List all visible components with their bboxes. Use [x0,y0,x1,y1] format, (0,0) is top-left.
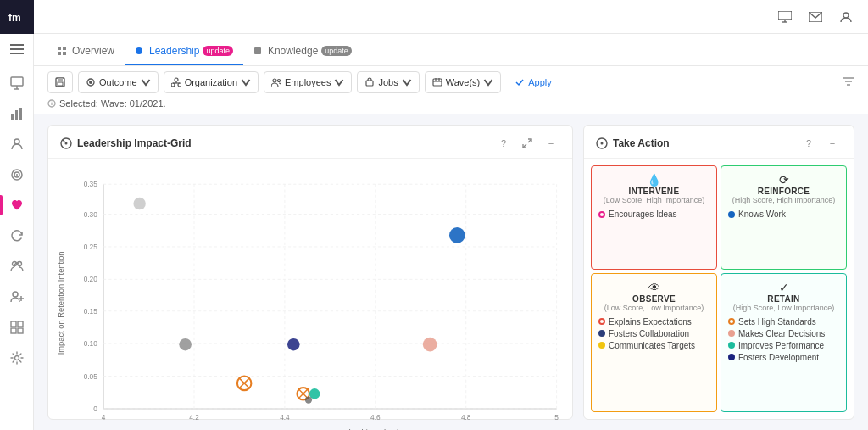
knowledge-badge: update [321,46,352,56]
sidebar-item-grid[interactable] [0,312,34,343]
svg-rect-21 [11,328,16,333]
retain-header: ✓ RETAIN (High Score, Low Importance) [728,281,839,312]
selected-info-row: Selected: Wave: 01/2021. [34,98,868,114]
observe-item-0: Explains Expectations [598,317,709,327]
sidebar: fm [0,0,34,430]
svg-rect-29 [58,47,61,50]
svg-point-28 [843,13,849,18]
svg-rect-37 [58,82,63,86]
quadrant-intervene: 💧 INTERVENE (Low Score, High Importance)… [591,165,717,270]
svg-rect-48 [366,81,373,86]
svg-text:0.30: 0.30 [84,210,98,219]
retain-item-1: Makes Clear Decisions [728,329,839,338]
organization-button[interactable]: Organization [164,71,259,93]
svg-point-23 [14,356,19,360]
tab-knowledge[interactable]: Knowledge update [243,38,362,65]
retain-icon: ✓ [728,281,839,294]
topbar-icons [773,5,858,29]
chart-close-icon[interactable]: − [542,134,560,153]
intervene-item-0: Encourages Ideas [598,209,709,219]
chart-panel-header: Leadership Impact-Grid ? − [48,126,572,159]
svg-point-46 [273,79,276,82]
reinforce-item-0: Knows Work [728,209,839,219]
scatter-point[interactable] [305,396,312,403]
svg-point-40 [175,78,178,81]
svg-rect-19 [11,321,16,327]
chart-area: Impact on Retention Intention Average Sc… [48,159,572,430]
quadrant-observe: 👁 OBSERVE (Low Score, Low Importance) Ex… [591,273,717,413]
retain-item-0: Sets High Standards [728,317,839,327]
toolbar-container: Outcome Organization Employees Jobs [34,66,868,114]
jobs-button[interactable]: Jobs [357,71,419,93]
save-button[interactable] [47,71,73,93]
svg-point-60 [65,142,68,145]
sidebar-item-people[interactable] [0,251,34,282]
filter-icon[interactable] [843,76,854,89]
intervene-items: Encourages Ideas [598,209,709,219]
svg-point-10 [14,139,19,144]
svg-point-100 [601,142,604,145]
action-panel-actions: ? − [799,134,842,153]
reinforce-items: Knows Work [728,209,839,219]
observe-item-2: Communicates Targets [598,341,709,350]
employees-button[interactable]: Employees [264,71,352,93]
retain-items: Sets High Standards Makes Clear Decision… [728,317,839,362]
chart-title: Leadership Impact-Grid [60,137,192,149]
action-help-icon[interactable]: ? [799,134,818,153]
action-quadrants: 💧 INTERVENE (Low Score, High Importance)… [584,159,854,419]
action-panel: Take Action ? − 💧 INTERVENE (Low Score, … [583,125,854,420]
svg-rect-32 [63,52,66,55]
hamburger-menu[interactable] [0,34,34,64]
svg-rect-30 [63,47,66,50]
scatter-point[interactable] [133,198,146,210]
chart-help-icon[interactable]: ? [494,134,513,153]
sidebar-item-settings[interactable] [0,343,34,373]
chart-expand-icon[interactable] [518,134,537,153]
svg-text:0: 0 [93,405,97,413]
chart-actions: ? − [494,134,560,153]
scatter-chart: Impact on Retention Intention Average Sc… [55,165,565,430]
svg-text:0.10: 0.10 [84,339,98,348]
svg-rect-9 [19,108,22,120]
scatter-point-knows-work[interactable] [449,227,465,243]
tab-leadership[interactable]: Leadership update [125,38,243,65]
svg-text:4.2: 4.2 [189,413,199,422]
svg-rect-49 [433,79,442,86]
apply-button[interactable]: Apply [506,71,560,93]
svg-text:0.15: 0.15 [84,307,98,316]
sidebar-item-analytics[interactable] [0,98,34,129]
observe-header: 👁 OBSERVE (Low Score, Low Importance) [598,281,709,312]
content-area: Overview Leadership update Knowledge upd… [34,34,868,430]
tab-overview[interactable]: Overview [47,38,125,65]
retain-item-3: Fosters Development [728,353,839,362]
sidebar-item-refresh[interactable] [0,221,34,251]
quadrant-reinforce: ⟳ REINFORCE (High Score, High Importance… [721,165,847,270]
topbar-user-icon[interactable] [834,5,858,29]
topbar-email-icon[interactable] [804,5,827,29]
svg-text:4.8: 4.8 [461,413,471,422]
action-close-icon[interactable]: − [823,134,842,153]
sidebar-item-target[interactable] [0,159,34,190]
svg-text:0.20: 0.20 [84,275,98,283]
reinforce-header: ⟳ REINFORCE (High Score, High Importance… [728,173,839,204]
waves-button[interactable]: Wave(s) [425,71,502,93]
outcome-button[interactable]: Outcome [78,71,159,93]
scatter-point[interactable] [179,338,192,351]
sidebar-item-heart[interactable] [0,190,34,221]
scatter-point[interactable] [423,338,437,352]
dot-orange-outlined [728,318,735,325]
svg-text:4.6: 4.6 [370,413,381,422]
svg-rect-1 [10,44,24,46]
sidebar-item-add-user[interactable] [0,282,34,312]
sidebar-item-monitor[interactable] [0,68,34,98]
svg-text:fm: fm [8,12,21,24]
dot-pink-outlined [598,211,605,218]
topbar-monitor-icon[interactable] [773,5,797,29]
svg-rect-20 [18,321,23,327]
svg-rect-36 [58,78,63,81]
scatter-point[interactable] [287,338,300,351]
observe-item-1: Fosters Collaboration [598,329,709,338]
sidebar-item-user[interactable] [0,129,34,159]
svg-rect-24 [778,11,792,20]
svg-text:0.25: 0.25 [84,243,98,251]
